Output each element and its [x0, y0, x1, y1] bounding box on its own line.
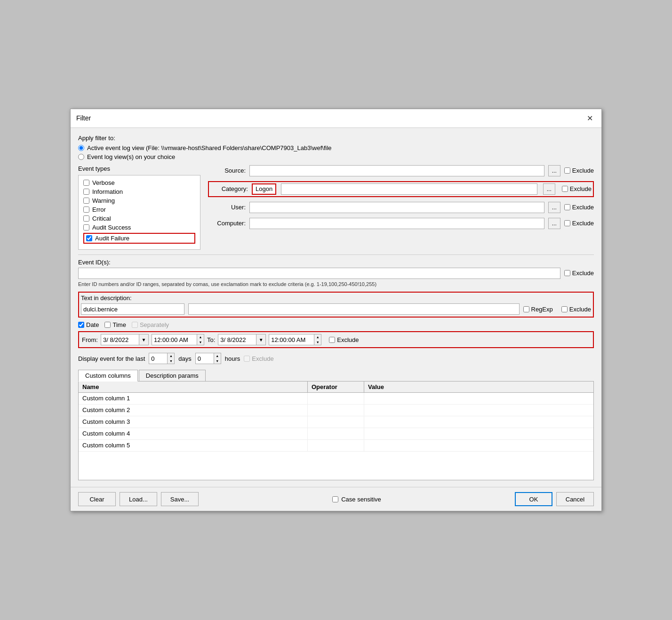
- computer-row: Computer: ... Exclude: [208, 218, 594, 229]
- days-down[interactable]: ▼: [168, 358, 174, 364]
- to-time-up[interactable]: ▲: [314, 334, 321, 340]
- from-time-input[interactable]: [152, 334, 197, 345]
- category-prefix-value: Logon: [252, 183, 276, 195]
- user-exclude-checkbox[interactable]: [564, 204, 570, 210]
- footer-left: Clear Load... Save...: [78, 492, 199, 506]
- event-ids-exclude-checkbox[interactable]: [564, 270, 570, 276]
- table-row: Custom column 4: [79, 428, 593, 440]
- hours-spin-wrap: ▲ ▼: [195, 353, 221, 364]
- to-date-input[interactable]: [218, 334, 256, 345]
- verbose-row: Verbose: [83, 179, 195, 186]
- verbose-checkbox[interactable]: [83, 180, 89, 186]
- date-checkbox[interactable]: [78, 322, 84, 328]
- critical-checkbox[interactable]: [83, 215, 89, 222]
- tab-description-params[interactable]: Description params: [139, 370, 206, 381]
- category-row: Category: Logon ... Exclude: [208, 181, 594, 197]
- to-calendar-button[interactable]: ▼: [256, 334, 265, 345]
- text-description-label: Text in description:: [81, 294, 591, 302]
- row5-operator: [308, 440, 364, 451]
- computer-exclude-checkbox[interactable]: [564, 220, 570, 226]
- to-time-down[interactable]: ▼: [314, 340, 321, 345]
- computer-input[interactable]: [249, 218, 544, 229]
- source-exclude-checkbox[interactable]: [564, 167, 570, 174]
- right-panel: Source: ... Exclude Category: Logon ...: [208, 165, 594, 250]
- information-checkbox[interactable]: [83, 189, 89, 195]
- from-time-up[interactable]: ▲: [197, 334, 204, 340]
- date-exclude-checkbox[interactable]: [329, 337, 335, 343]
- to-label: To:: [207, 336, 215, 343]
- user-exclude-row: Exclude: [564, 204, 594, 211]
- event-ids-input-row: Exclude: [78, 268, 594, 279]
- cancel-button[interactable]: Cancel: [556, 492, 594, 506]
- event-types-label: Event types: [78, 165, 200, 172]
- separately-checkbox[interactable]: [132, 322, 138, 328]
- text-description-section: Text in description: RegExp Exclude: [78, 292, 594, 318]
- information-row: Information: [83, 188, 195, 195]
- audit-failure-checkbox[interactable]: [86, 235, 92, 241]
- user-input[interactable]: [249, 202, 544, 213]
- text-description-input1[interactable]: [81, 303, 184, 315]
- table-row: Custom column 2: [79, 405, 593, 416]
- from-date-input[interactable]: [101, 334, 139, 345]
- computer-exclude-label: Exclude: [572, 220, 594, 227]
- radio-active[interactable]: [78, 145, 84, 151]
- radio-active-label: Active event log view (File: \\vmware-ho…: [87, 144, 332, 151]
- display-last-label: Display event for the last: [78, 355, 145, 362]
- row5-name: Custom column 5: [79, 440, 308, 451]
- error-checkbox[interactable]: [83, 207, 89, 213]
- user-browse-button[interactable]: ...: [548, 202, 560, 213]
- event-ids-input[interactable]: [78, 268, 560, 279]
- warning-label: Warning: [92, 197, 115, 204]
- critical-row: Critical: [83, 215, 195, 222]
- col-header-name: Name: [79, 382, 308, 392]
- time-checkbox[interactable]: [104, 322, 111, 328]
- from-time-wrap: ▲ ▼: [152, 334, 204, 345]
- computer-browse-button[interactable]: ...: [548, 218, 560, 229]
- date-check-row: Date Time Separately: [78, 321, 594, 328]
- tab-custom-columns[interactable]: Custom columns: [78, 370, 138, 382]
- close-button[interactable]: ✕: [584, 113, 596, 124]
- category-input[interactable]: [281, 183, 537, 195]
- category-exclude-label: Exclude: [570, 185, 592, 192]
- case-sensitive-checkbox[interactable]: [332, 496, 338, 502]
- category-browse-button[interactable]: ...: [543, 183, 555, 195]
- days-input[interactable]: [149, 353, 167, 364]
- warning-checkbox[interactable]: [83, 198, 89, 204]
- text-exclude-checkbox[interactable]: [561, 306, 568, 312]
- days-spin-wrap: ▲ ▼: [149, 353, 175, 364]
- hours-input[interactable]: [196, 353, 214, 364]
- dialog-title: Filter: [76, 114, 91, 122]
- tabs-section: Custom columns Description params Name O…: [78, 370, 594, 480]
- source-browse-button[interactable]: ...: [548, 165, 560, 176]
- audit-success-row: Audit Success: [83, 224, 195, 231]
- load-button[interactable]: Load...: [120, 492, 157, 506]
- text-description-input2[interactable]: [188, 303, 520, 315]
- last-exclude-checkbox[interactable]: [244, 356, 250, 362]
- source-input[interactable]: [249, 165, 544, 176]
- hours-up[interactable]: ▲: [214, 353, 221, 358]
- computer-label: Computer:: [208, 220, 246, 227]
- left-panel: Event types Verbose Information Warning: [78, 165, 200, 250]
- radio-choice[interactable]: [78, 154, 84, 160]
- footer-center: Case sensitive: [332, 496, 381, 503]
- category-exclude-checkbox[interactable]: [562, 186, 568, 192]
- row2-name: Custom column 2: [79, 405, 308, 416]
- col-header-operator: Operator: [308, 382, 364, 392]
- hours-down[interactable]: ▼: [214, 358, 221, 364]
- category-exclude-row: Exclude: [562, 185, 592, 192]
- regexp-checkbox[interactable]: [523, 306, 529, 312]
- to-time-input[interactable]: [269, 334, 314, 345]
- clear-button[interactable]: Clear: [78, 492, 116, 506]
- apply-filter-label: Apply filter to:: [78, 135, 594, 142]
- col-header-value: Value: [364, 382, 593, 392]
- from-time-down[interactable]: ▼: [197, 340, 204, 345]
- footer-right: OK Cancel: [515, 492, 594, 506]
- source-exclude-label: Exclude: [572, 167, 594, 174]
- audit-success-checkbox[interactable]: [83, 224, 89, 231]
- case-sensitive-label: Case sensitive: [341, 496, 381, 503]
- save-button[interactable]: Save...: [161, 492, 199, 506]
- from-calendar-button[interactable]: ▼: [139, 334, 148, 345]
- ok-button[interactable]: OK: [515, 492, 552, 506]
- days-spin: ▲ ▼: [167, 353, 174, 364]
- days-up[interactable]: ▲: [168, 353, 174, 358]
